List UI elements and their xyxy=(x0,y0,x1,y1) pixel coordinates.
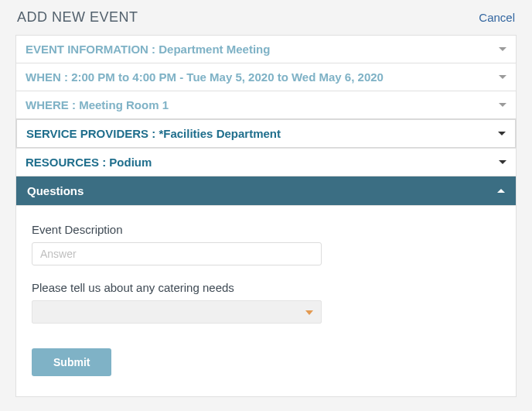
field-label: Event Description xyxy=(32,223,500,236)
section-label: Questions xyxy=(27,184,84,197)
chevron-down-icon xyxy=(499,75,506,79)
section-label: WHEN : 2:00 PM to 4:00 PM - Tue May 5, 2… xyxy=(26,70,384,84)
section-label: RESOURCES : Podium xyxy=(26,156,152,169)
chevron-down-icon xyxy=(499,103,506,107)
section-label: EVENT INFORMATION : Department Meeting xyxy=(26,43,270,56)
chevron-up-icon xyxy=(497,189,505,193)
add-event-form: ADD NEW EVENT Cancel EVENT INFORMATION :… xyxy=(15,8,517,397)
field-label: Please tell us about any catering needs xyxy=(32,281,500,294)
chevron-down-icon xyxy=(499,47,506,51)
chevron-down-icon xyxy=(305,310,313,315)
questions-panel: Event Description Please tell us about a… xyxy=(15,206,517,397)
field-catering-needs: Please tell us about any catering needs xyxy=(32,281,500,324)
section-label: WHERE : Meeting Room 1 xyxy=(26,98,169,111)
section-header[interactable]: RESOURCES : Podium xyxy=(16,149,516,176)
page-title: ADD NEW EVENT xyxy=(17,9,138,26)
event-description-input[interactable] xyxy=(32,242,322,265)
section-questions[interactable]: Questions xyxy=(15,176,517,206)
chevron-down-icon xyxy=(498,132,506,135)
section-header[interactable]: Questions xyxy=(16,176,516,205)
chevron-down-icon xyxy=(499,160,506,164)
section-header[interactable]: WHERE : Meeting Room 1 xyxy=(16,91,516,118)
section-header[interactable]: WHEN : 2:00 PM to 4:00 PM - Tue May 5, 2… xyxy=(16,63,516,91)
section-label: SERVICE PROVIDERS : *Facilities Departme… xyxy=(26,127,281,140)
section-header[interactable]: EVENT INFORMATION : Department Meeting xyxy=(16,36,516,63)
section-where[interactable]: WHERE : Meeting Room 1 xyxy=(15,91,517,119)
cancel-button[interactable]: Cancel xyxy=(479,11,515,24)
section-header[interactable]: SERVICE PROVIDERS : *Facilities Departme… xyxy=(17,120,515,147)
submit-button[interactable]: Submit xyxy=(32,348,111,376)
field-event-description: Event Description xyxy=(32,223,500,265)
accordion: EVENT INFORMATION : Department Meeting W… xyxy=(15,35,517,397)
section-service-providers[interactable]: SERVICE PROVIDERS : *Facilities Departme… xyxy=(15,118,517,149)
form-header: ADD NEW EVENT Cancel xyxy=(15,8,517,35)
section-resources[interactable]: RESOURCES : Podium xyxy=(15,148,517,176)
catering-select[interactable] xyxy=(32,300,322,324)
section-when[interactable]: WHEN : 2:00 PM to 4:00 PM - Tue May 5, 2… xyxy=(15,63,517,91)
section-event-information[interactable]: EVENT INFORMATION : Department Meeting xyxy=(15,35,517,63)
